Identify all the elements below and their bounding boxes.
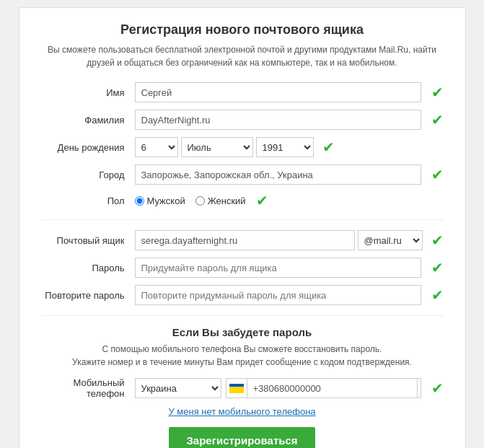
email-check: ✔ bbox=[431, 232, 444, 249]
last-name-check: ✔ bbox=[431, 111, 444, 128]
birthday-row: День рождения 6 Июль 1991 ✔ bbox=[41, 137, 444, 157]
email-domain-select[interactable]: @mail.ru @inbox.ru @list.ru @bk.ru bbox=[358, 230, 423, 250]
birthday-label: День рождения bbox=[41, 142, 135, 153]
password-check: ✔ bbox=[431, 259, 444, 276]
gender-female-label: Женский bbox=[208, 196, 246, 206]
gender-radio-group: Мужской Женский bbox=[135, 196, 246, 206]
birthday-control: 6 Июль 1991 ✔ bbox=[135, 137, 444, 157]
gender-male-radio[interactable] bbox=[135, 196, 144, 206]
birthday-check: ✔ bbox=[322, 139, 335, 156]
recovery-title: Если Вы забудете пароль bbox=[41, 326, 444, 338]
city-row: Город ✔ bbox=[41, 164, 444, 185]
password-row: Пароль ✔ bbox=[41, 258, 444, 278]
gender-male-label: Мужской bbox=[147, 196, 185, 206]
phone-check: ✔ bbox=[431, 379, 444, 397]
city-check: ✔ bbox=[431, 166, 444, 183]
phone-control: Украина ✔ bbox=[135, 378, 444, 398]
password-label: Пароль bbox=[41, 263, 135, 273]
email-label: Почтовый ящик bbox=[41, 235, 135, 246]
last-name-label: Фамилия bbox=[41, 115, 135, 126]
phone-country-select[interactable]: Украина bbox=[135, 378, 221, 398]
birthday-year-select[interactable]: 1991 bbox=[256, 137, 314, 157]
last-name-input[interactable] bbox=[135, 110, 421, 130]
divider-1 bbox=[41, 219, 444, 220]
city-input[interactable] bbox=[135, 164, 421, 185]
birthday-month-select[interactable]: Июль bbox=[181, 137, 253, 157]
ukraine-flag-icon bbox=[229, 384, 244, 393]
registration-form: Регистрация нового почтового ящика Вы см… bbox=[19, 7, 466, 448]
confirm-password-input[interactable] bbox=[135, 285, 421, 305]
first-name-label: Имя bbox=[41, 87, 135, 98]
page-subtitle: Вы сможете пользоваться бесплатной элект… bbox=[41, 43, 444, 69]
phone-input-wrap bbox=[226, 378, 421, 398]
birthday-day-select[interactable]: 6 bbox=[135, 137, 178, 157]
first-name-control: ✔ bbox=[135, 82, 444, 102]
first-name-input[interactable] bbox=[135, 82, 421, 102]
gender-male-option[interactable]: Мужской bbox=[135, 196, 185, 206]
last-name-row: Фамилия ✔ bbox=[41, 110, 444, 130]
recovery-subtitle: С помощью мобильного телефона Вы сможете… bbox=[41, 343, 444, 369]
gender-row: Пол Мужской Женский ✔ bbox=[41, 192, 444, 209]
confirm-password-control: ✔ bbox=[135, 285, 444, 305]
password-input[interactable] bbox=[135, 258, 421, 278]
email-input[interactable] bbox=[135, 230, 355, 250]
no-phone-link[interactable]: У меня нет мобильного телефона bbox=[41, 406, 444, 417]
phone-row: Мобильный телефон Украина ✔ bbox=[41, 377, 444, 399]
gender-label: Пол bbox=[41, 196, 135, 206]
gender-check: ✔ bbox=[256, 192, 268, 209]
confirm-password-check: ✔ bbox=[431, 286, 444, 304]
gender-female-option[interactable]: Женский bbox=[195, 196, 246, 206]
first-name-check: ✔ bbox=[431, 84, 444, 101]
city-label: Город bbox=[41, 170, 135, 180]
gender-female-radio[interactable] bbox=[195, 196, 205, 206]
email-control: @mail.ru @inbox.ru @list.ru @bk.ru ✔ bbox=[135, 230, 444, 250]
email-row: Почтовый ящик @mail.ru @inbox.ru @list.r… bbox=[41, 230, 444, 250]
confirm-password-row: Повторите пароль ✔ bbox=[41, 285, 444, 305]
password-control: ✔ bbox=[135, 258, 444, 278]
gender-control: Мужской Женский ✔ bbox=[135, 192, 444, 209]
divider-2 bbox=[41, 315, 444, 316]
last-name-control: ✔ bbox=[135, 110, 444, 130]
city-control: ✔ bbox=[135, 164, 444, 185]
first-name-row: Имя ✔ bbox=[41, 82, 444, 102]
register-button[interactable]: Зарегистрироваться bbox=[169, 427, 314, 448]
confirm-password-label: Повторите пароль bbox=[41, 290, 135, 301]
phone-number-input[interactable] bbox=[247, 378, 418, 398]
phone-label: Мобильный телефон bbox=[41, 377, 135, 399]
page-title: Регистрация нового почтового ящика bbox=[41, 22, 444, 38]
